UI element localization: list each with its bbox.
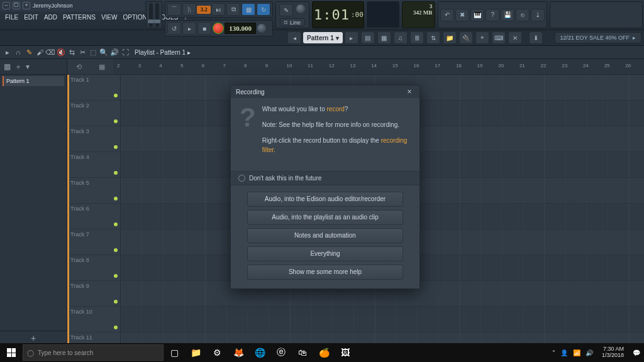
tray-volume-icon[interactable]: 🔊 bbox=[586, 349, 593, 356]
download-icon[interactable]: ⬇ bbox=[529, 31, 543, 44]
dialog-titlebar[interactable]: Recording × bbox=[231, 85, 419, 98]
track-mute-dot[interactable] bbox=[114, 248, 118, 252]
pencil-tool-icon[interactable]: ✎ bbox=[24, 47, 34, 57]
touch-kb-icon[interactable]: ⌨ bbox=[492, 31, 506, 44]
track-lane[interactable] bbox=[121, 307, 644, 332]
track-mute-dot[interactable] bbox=[114, 197, 118, 200]
tray-chevron-icon[interactable]: ˄ bbox=[552, 349, 555, 356]
taskbar-edge-icon[interactable]: ⓔ bbox=[270, 343, 292, 362]
view-stepseq-icon[interactable]: ▦ bbox=[377, 31, 391, 44]
view-pianoroll-icon[interactable]: ♫ bbox=[394, 31, 408, 44]
taskbar-fl-icon[interactable]: 🍊 bbox=[313, 343, 335, 362]
track-header[interactable]: Track 8 bbox=[67, 255, 121, 280]
view-playlist-icon[interactable]: ▤ bbox=[361, 31, 375, 44]
taskbar-settings-icon[interactable]: ⚙ bbox=[206, 343, 228, 362]
help-icon[interactable]: ? bbox=[486, 9, 499, 21]
record-option-playlist[interactable]: Audio, into the playlist as an audio cli… bbox=[247, 210, 403, 225]
record-button[interactable] bbox=[213, 23, 224, 34]
plugin-picker-icon[interactable]: 🔌 bbox=[459, 31, 473, 44]
master-pitch-slider[interactable] bbox=[155, 3, 159, 27]
close-all-icon[interactable]: ✖ bbox=[455, 9, 469, 21]
play-button[interactable]: ▸ bbox=[182, 22, 196, 35]
pattern-prev-icon[interactable]: ◂ bbox=[287, 31, 301, 44]
timeline-ruler[interactable]: 2345678910111213141516171819202122232425… bbox=[114, 59, 644, 74]
countdown-icon[interactable]: ⧉ bbox=[226, 3, 240, 16]
tempo-tapper-icon[interactable]: ⌖ bbox=[475, 31, 489, 44]
loop-rec-icon[interactable]: ↻ bbox=[257, 3, 270, 16]
render-icon[interactable]: ⎋ bbox=[516, 9, 530, 21]
master-volume-slider[interactable] bbox=[149, 3, 153, 27]
view-mixer-icon[interactable]: ⇅ bbox=[426, 31, 440, 44]
undo-icon[interactable]: ↶ bbox=[440, 9, 454, 21]
delete-tool-icon[interactable]: ⌫ bbox=[45, 47, 55, 57]
record-option-everything[interactable]: Everything bbox=[247, 246, 403, 261]
metronome-icon[interactable]: ᚢ bbox=[182, 3, 196, 16]
tray-notifications-icon[interactable]: 💬 bbox=[633, 349, 640, 356]
track-mute-dot[interactable] bbox=[114, 222, 118, 226]
menu-add[interactable]: ADD bbox=[42, 13, 60, 22]
picker-add-icon[interactable]: ＋ bbox=[14, 62, 22, 72]
snap-selector[interactable]: ⌑Line bbox=[280, 18, 305, 26]
tempo-fine-knob[interactable] bbox=[257, 24, 266, 33]
step-view-icon[interactable]: ▦ bbox=[99, 63, 105, 71]
slip-tool-icon[interactable]: ⇆ bbox=[67, 47, 77, 57]
pattern-selector[interactable]: Pattern 1 ▾ bbox=[303, 32, 343, 43]
record-option-help[interactable]: Show me some more help bbox=[247, 265, 403, 280]
track-mute-dot[interactable] bbox=[114, 300, 118, 304]
record-option-notes[interactable]: Notes and automation bbox=[247, 228, 403, 243]
record-link[interactable]: record bbox=[326, 106, 344, 112]
track-header[interactable]: Track 9 bbox=[67, 281, 121, 306]
track-mute-dot[interactable] bbox=[114, 326, 118, 329]
taskbar-chrome-icon[interactable]: 🌐 bbox=[249, 343, 270, 362]
dont-ask-checkbox[interactable]: Don't ask this in the future bbox=[231, 171, 419, 185]
auto-lock-icon[interactable]: ⟲ bbox=[76, 63, 82, 71]
track-header[interactable]: Track 2 bbox=[67, 101, 121, 126]
tempo-display[interactable]: 130.000 bbox=[225, 23, 256, 34]
zoom-tool-icon[interactable]: 🔍 bbox=[99, 47, 109, 57]
track-header[interactable]: Track 10 bbox=[67, 307, 121, 332]
track-header[interactable]: Track 5 bbox=[67, 178, 121, 203]
tray-network-icon[interactable]: 📶 bbox=[573, 349, 580, 356]
track-mute-dot[interactable] bbox=[114, 94, 118, 97]
select-tool-icon[interactable]: ⬚ bbox=[88, 47, 98, 57]
tray-people-icon[interactable]: 👤 bbox=[560, 349, 568, 356]
step-edit-icon[interactable]: ✎ bbox=[279, 4, 293, 16]
close-windows-icon[interactable]: ✕ bbox=[508, 31, 522, 44]
playback-tool-icon[interactable]: 🔊 bbox=[109, 47, 119, 57]
meter-display[interactable]: 3.2 bbox=[197, 6, 211, 14]
pl-menu-icon[interactable]: ▸ bbox=[3, 47, 13, 57]
taskbar-firefox-icon[interactable]: 🦊 bbox=[228, 343, 249, 362]
taskbar-store-icon[interactable]: 🛍 bbox=[292, 343, 313, 362]
menu-edit[interactable]: EDIT bbox=[21, 13, 41, 22]
track-mute-dot[interactable] bbox=[114, 171, 118, 175]
song-mode-icon[interactable]: ↺ bbox=[167, 22, 181, 35]
menu-view[interactable]: VIEW bbox=[99, 13, 120, 22]
stop-button[interactable]: ■ bbox=[197, 22, 211, 35]
start-button[interactable] bbox=[0, 343, 23, 362]
close-icon[interactable]: × bbox=[23, 2, 30, 9]
track-mute-dot[interactable] bbox=[114, 274, 118, 278]
pat-song-toggle[interactable]: ⌒ bbox=[167, 3, 181, 16]
track-header[interactable]: Track 7 bbox=[67, 229, 121, 255]
news-promo[interactable]: 12/21 EOY SALE 40% OFF ▸ bbox=[555, 32, 641, 43]
mute-tool-icon[interactable]: 🔇 bbox=[56, 47, 66, 57]
record-option-edison[interactable]: Audio, into the Edison audio editor/reco… bbox=[247, 192, 403, 207]
swing-knob[interactable] bbox=[296, 4, 305, 13]
track-row[interactable]: Track 10 bbox=[67, 307, 644, 332]
taskbar-photos-icon[interactable]: 🖼 bbox=[335, 343, 356, 362]
view-browser-icon[interactable]: 📁 bbox=[443, 31, 457, 44]
taskbar-explorer-icon[interactable]: 📁 bbox=[185, 343, 206, 362]
track-header[interactable]: Track 6 bbox=[67, 204, 121, 229]
fullscreen-icon[interactable]: ⛶ bbox=[120, 47, 130, 57]
slice-tool-icon[interactable]: ✂ bbox=[77, 47, 87, 57]
midi-icon[interactable]: 🎹 bbox=[470, 9, 484, 21]
pattern-next-icon[interactable]: ▸ bbox=[345, 31, 358, 44]
time-display[interactable]: 1:01:00 bbox=[312, 1, 364, 28]
export-icon[interactable]: ⤓ bbox=[531, 9, 545, 21]
picker-menu-icon[interactable]: ▾ bbox=[26, 62, 30, 71]
brush-tool-icon[interactable]: 🖌 bbox=[35, 47, 45, 57]
view-channelrack-icon[interactable]: ≣ bbox=[410, 31, 424, 44]
taskbar-clock[interactable]: 7:30 AM1/3/2018 bbox=[598, 346, 628, 359]
menu-file[interactable]: FILE bbox=[3, 13, 21, 22]
taskbar-search[interactable]: ◯ Type here to search bbox=[23, 344, 164, 361]
